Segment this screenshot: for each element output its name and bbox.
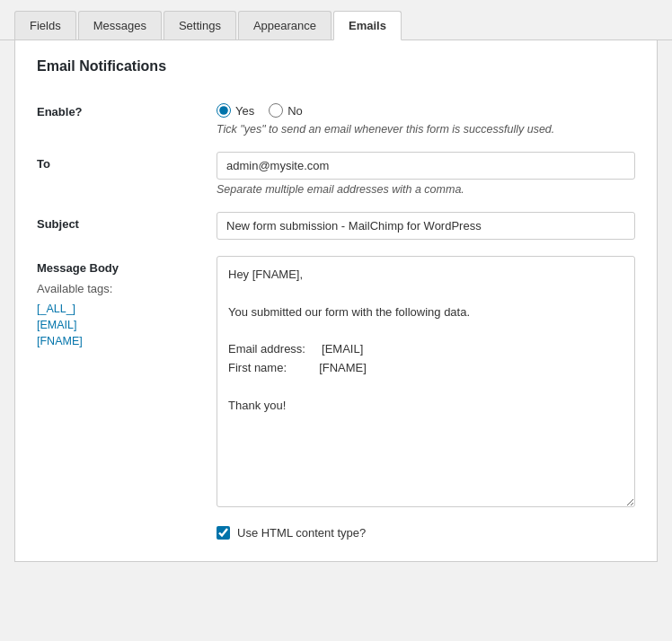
message-body-row: Message Body Available tags: [_ALL_] [EM…	[37, 256, 635, 510]
message-body-label: Message Body	[37, 261, 217, 275]
subject-label: Subject	[37, 212, 217, 231]
to-field-wrapper: Separate multiple email addresses with a…	[217, 152, 635, 196]
enable-yes-option[interactable]: Yes	[217, 103, 254, 118]
tab-settings[interactable]: Settings	[164, 11, 236, 40]
enable-label: Enable?	[37, 100, 217, 119]
subject-input[interactable]	[217, 212, 635, 240]
html-checkbox[interactable]	[217, 526, 230, 540]
tab-emails[interactable]: Emails	[333, 11, 402, 40]
enable-yes-label: Yes	[235, 104, 254, 118]
tag-fname[interactable]: [FNAME]	[37, 335, 217, 347]
tab-content: Email Notifications Enable? Yes No Tick …	[14, 40, 658, 562]
message-body-label-col: Message Body Available tags: [_ALL_] [EM…	[37, 256, 217, 351]
tags-section: Available tags: [_ALL_] [EMAIL] [FNAME]	[37, 282, 217, 347]
html-checkbox-row: Use HTML content type?	[37, 526, 635, 540]
subject-field-wrapper	[217, 212, 635, 240]
to-input[interactable]	[217, 152, 635, 180]
enable-field: Yes No Tick "yes" to send an email whene…	[217, 100, 635, 136]
main-container: Fields Messages Settings Appearance Emai…	[0, 0, 672, 562]
enable-yes-radio[interactable]	[217, 103, 231, 118]
enable-hint: Tick "yes" to send an email whenever thi…	[217, 123, 635, 136]
tag-all[interactable]: [_ALL_]	[37, 303, 217, 315]
section-title: Email Notifications	[37, 58, 635, 82]
tab-fields[interactable]: Fields	[14, 11, 76, 40]
to-row: To Separate multiple email addresses wit…	[37, 152, 635, 196]
enable-no-label: No	[287, 104, 303, 118]
to-label: To	[37, 152, 217, 171]
tab-appearance[interactable]: Appearance	[238, 11, 332, 40]
enable-row: Enable? Yes No Tick "yes" to send an ema…	[37, 100, 635, 136]
tag-email[interactable]: [EMAIL]	[37, 319, 217, 331]
message-body-textarea[interactable]	[217, 256, 635, 507]
html-checkbox-label[interactable]: Use HTML content type?	[237, 526, 366, 540]
message-body-field-wrapper	[217, 256, 635, 510]
subject-row: Subject	[37, 212, 635, 240]
enable-no-option[interactable]: No	[269, 103, 303, 118]
enable-radio-group: Yes No	[217, 100, 635, 118]
to-hint: Separate multiple email addresses with a…	[217, 183, 635, 196]
tab-bar: Fields Messages Settings Appearance Emai…	[0, 0, 672, 40]
enable-no-radio[interactable]	[269, 103, 283, 118]
tags-label: Available tags:	[37, 282, 217, 295]
tab-messages[interactable]: Messages	[78, 11, 162, 40]
